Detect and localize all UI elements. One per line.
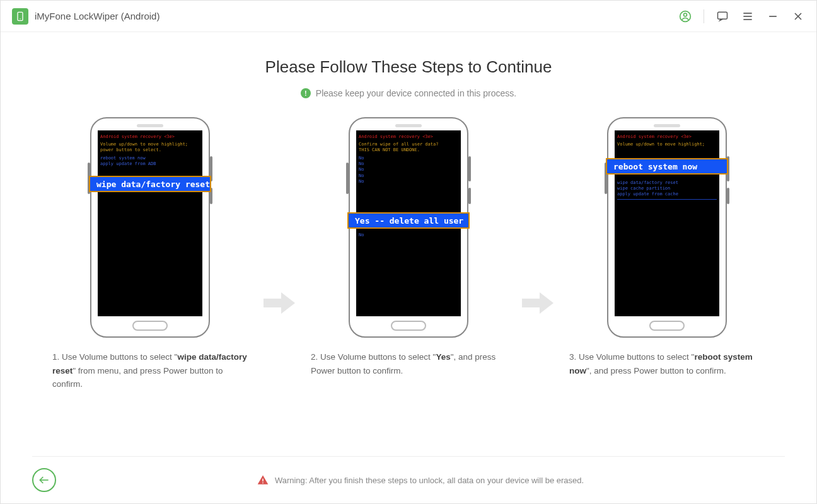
warning-text: Warning: After you finish these steps to… <box>275 476 584 485</box>
recovery-menu: reboot system now apply update from ADB <box>100 156 200 167</box>
page-title: Please Follow These Steps to Continue <box>265 57 552 77</box>
app-window: iMyFone LockWiper (Android) Please Follo… <box>0 0 817 504</box>
warning-icon <box>257 474 269 486</box>
close-button[interactable] <box>791 9 805 23</box>
subtitle-text: Please keep your device connected in thi… <box>316 88 516 98</box>
info-icon: ! <box>301 88 311 98</box>
divider <box>704 9 704 23</box>
titlebar: iMyFone LockWiper (Android) <box>1 1 816 32</box>
back-button[interactable] <box>32 468 56 492</box>
phone-illustration: Android system recovery <3e> Volume up/d… <box>607 117 727 338</box>
footer: Warning: After you finish these steps to… <box>32 456 785 503</box>
minimize-button[interactable] <box>766 9 780 23</box>
home-button-icon <box>391 321 426 331</box>
svg-rect-0 <box>18 12 23 20</box>
content-area: Please Follow These Steps to Continue ! … <box>1 32 816 503</box>
recovery-hint: Volume up/down to move highlight; <box>617 142 717 147</box>
warning-message: Warning: After you finish these steps to… <box>56 474 785 486</box>
titlebar-controls <box>678 9 805 23</box>
svg-point-1 <box>20 18 20 19</box>
step-2-text: 2. Use Volume buttons to select "Yes", a… <box>311 350 506 377</box>
phone-illustration: Android system recovery <3e> Volume up/d… <box>90 117 210 338</box>
phone-screen: Android system recovery <3e> Confirm wip… <box>356 130 461 316</box>
phone-screen: Android system recovery <3e> Volume up/d… <box>98 130 202 316</box>
recovery-hint: Confirm wipe of all user data? THIS CAN … <box>359 142 458 153</box>
step-1-text: 1. Use Volume buttons to select "wipe da… <box>52 350 248 391</box>
app-title: iMyFone LockWiper (Android) <box>35 11 159 21</box>
steps-row: Android system recovery <3e> Volume up/d… <box>32 117 785 391</box>
highlight-reboot-now: reboot system now <box>606 158 728 175</box>
home-button-icon <box>649 321 685 331</box>
recovery-header: Android system recovery <3e> <box>617 134 717 140</box>
home-button-icon <box>132 321 168 331</box>
menu-icon[interactable] <box>741 9 755 23</box>
step-1: Android system recovery <3e> Volume up/d… <box>52 117 248 391</box>
step-3-text: 3. Use Volume buttons to select "reboot … <box>569 350 765 377</box>
highlight-wipe-data: wipe data/factory reset <box>89 176 211 192</box>
highlight-yes-delete: Yes -- delete all user <box>347 212 470 229</box>
svg-point-3 <box>684 13 687 16</box>
feedback-icon[interactable] <box>716 9 729 23</box>
account-icon[interactable] <box>678 9 692 23</box>
step-2: Android system recovery <3e> Confirm wip… <box>311 117 506 377</box>
page-subtitle: ! Please keep your device connected in t… <box>301 88 516 98</box>
phone-illustration: Android system recovery <3e> Confirm wip… <box>349 117 468 338</box>
step-3: Android system recovery <3e> Volume up/d… <box>569 117 765 377</box>
svg-rect-4 <box>718 12 727 19</box>
svg-rect-13 <box>262 483 264 484</box>
recovery-header: Android system recovery <3e> <box>359 134 458 140</box>
arrow-icon <box>519 290 557 316</box>
arrow-icon <box>260 290 298 316</box>
recovery-hint: Volume up/down to move highlight; power … <box>100 142 200 153</box>
recovery-menu: No No No No No <box>359 156 458 184</box>
recovery-menu: wipe data/factory reset wipe cache parti… <box>617 180 717 200</box>
recovery-header: Android system recovery <3e> <box>100 134 200 140</box>
svg-rect-12 <box>262 479 264 482</box>
app-logo-icon <box>12 8 28 25</box>
phone-screen: Android system recovery <3e> Volume up/d… <box>615 130 719 316</box>
